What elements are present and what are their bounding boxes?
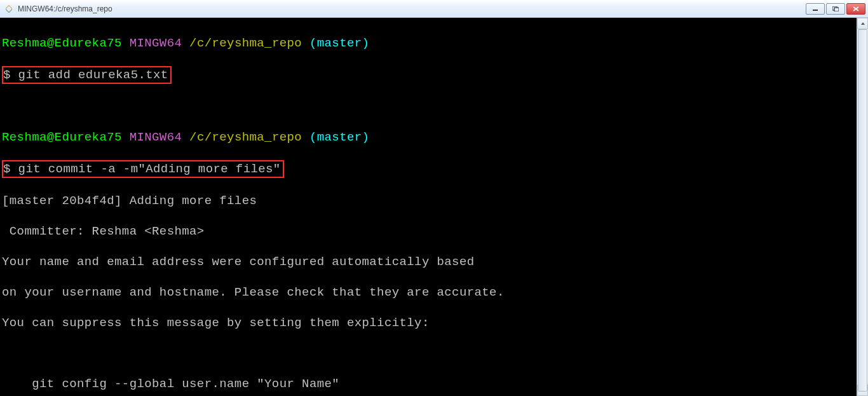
command-commit: git commit -a -m"Adding more files"	[18, 162, 281, 176]
scrollbar-thumb[interactable]	[858, 29, 867, 392]
minimize-button[interactable]	[806, 3, 825, 15]
window-title: MINGW64:/c/reyshma_repo	[18, 4, 806, 13]
prompt-branch: (master)	[309, 36, 369, 50]
command-add: git add edureka5.txt	[18, 68, 168, 82]
prompt-symbol: $	[3, 68, 18, 82]
prompt-line: Reshma@Edureka75 MINGW64 /c/reyshma_repo…	[2, 36, 855, 51]
terminal-content: Reshma@Edureka75 MINGW64 /c/reyshma_repo…	[2, 20, 855, 396]
output-commit: [master 20b4f4d] Adding more files	[2, 193, 855, 208]
prompt-shell: MINGW64	[130, 36, 182, 50]
svg-rect-0	[813, 10, 818, 11]
prompt-line: Reshma@Edureka75 MINGW64 /c/reyshma_repo…	[2, 130, 855, 145]
command-line-commit: $ git commit -a -m"Adding more files"	[2, 160, 855, 178]
scrollbar-vertical[interactable]	[857, 18, 868, 396]
app-icon	[4, 4, 14, 14]
window-controls	[806, 3, 865, 15]
blank-line	[2, 346, 855, 361]
maximize-button[interactable]	[826, 3, 845, 15]
titlebar[interactable]: MINGW64:/c/reyshma_repo	[0, 0, 868, 18]
prompt-shell: MINGW64	[130, 130, 182, 144]
svg-rect-2	[834, 8, 839, 11]
output-msg: You can suppress this message by setting…	[2, 315, 855, 331]
terminal-area[interactable]: Reshma@Edureka75 MINGW64 /c/reyshma_repo…	[0, 18, 868, 396]
prompt-branch: (master)	[309, 130, 369, 144]
output-msg: on your username and hostname. Please ch…	[2, 285, 855, 300]
scrollbar-track[interactable]	[857, 29, 868, 385]
prompt-path: /c/reyshma_repo	[189, 130, 302, 144]
prompt-symbol: $	[3, 162, 18, 176]
close-button[interactable]	[846, 3, 865, 15]
output-config-name: git config --global user.name "Your Name…	[2, 376, 855, 392]
prompt-path: /c/reyshma_repo	[189, 36, 302, 50]
scroll-up-button[interactable]	[857, 18, 868, 29]
command-line-add: $ git add edureka5.txt	[2, 66, 855, 84]
prompt-user: Reshma@Edureka75	[2, 130, 122, 144]
window-frame: MINGW64:/c/reyshma_repo Reshma@Edureka75…	[0, 0, 868, 396]
output-msg: Your name and email address were configu…	[2, 254, 855, 270]
prompt-user: Reshma@Edureka75	[2, 36, 122, 50]
output-committer: Committer: Reshma <Reshma>	[2, 224, 855, 239]
blank-line	[2, 99, 855, 114]
